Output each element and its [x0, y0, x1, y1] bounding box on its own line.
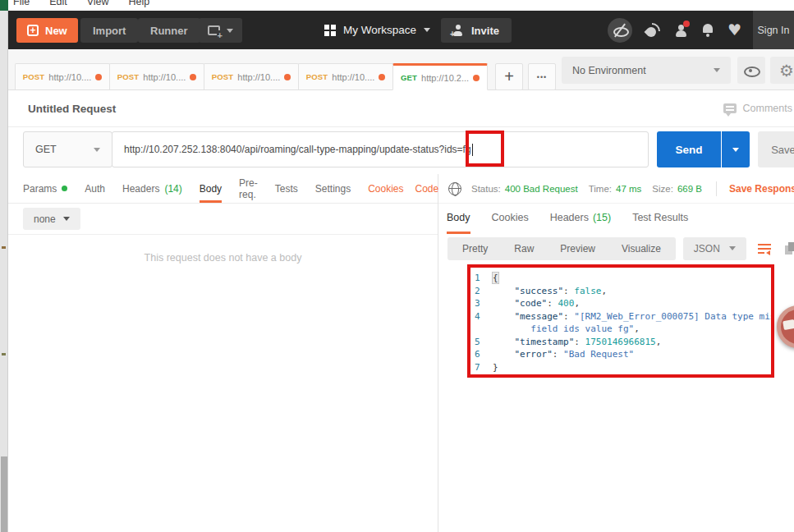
view-switcher: PrettyRawPreviewVisualize — [447, 237, 676, 260]
tab-method-label: POST — [23, 72, 45, 81]
subtab-label: Settings — [315, 183, 351, 195]
menu-item-file[interactable]: File — [13, 0, 30, 11]
request-title-row: Untitled Request Comments — [8, 90, 794, 127]
unsaved-dot-icon — [190, 74, 196, 80]
tab-options-button[interactable]: ••• — [528, 63, 556, 90]
environment-selector[interactable]: No Environment — [562, 57, 731, 84]
gear-icon: ⚙ — [779, 62, 794, 79]
subtab-label: Params — [23, 183, 57, 195]
request-title: Untitled Request — [28, 103, 116, 115]
view-pretty[interactable]: Pretty — [449, 239, 501, 259]
tab-url-label: http://10.... — [332, 72, 374, 82]
toolbar-icons: ♥ — [608, 11, 741, 49]
menu-item-edit[interactable]: Edit — [49, 0, 67, 11]
view-raw[interactable]: Raw — [501, 239, 547, 259]
sync-off-button[interactable] — [608, 18, 632, 43]
annotation-box-response: 1{2 "success": false,3 "code": 400,4 "me… — [467, 264, 774, 378]
response-tab-cookies[interactable]: Cookies — [492, 204, 529, 234]
line-number: 3 — [470, 297, 493, 310]
empty-body-message: This request does not have a body — [8, 252, 438, 264]
request-tab[interactable]: POSThttp://10.... — [204, 63, 299, 90]
invite-button-label: Invite — [471, 25, 499, 37]
chevron-down-icon — [424, 28, 430, 32]
response-tab-body[interactable]: Body — [447, 204, 470, 234]
eye-icon — [744, 66, 759, 76]
wrap-text-icon — [758, 243, 771, 255]
code-line: 1{ — [470, 272, 771, 285]
wrap-text-button[interactable] — [755, 237, 773, 260]
code-line: field ids value fg", — [470, 323, 771, 336]
tab-url-label: http://10.... — [237, 72, 280, 82]
code-text: "timestamp": 1750146966815, — [493, 336, 661, 349]
body-type-selector[interactable]: none — [23, 208, 80, 230]
unsaved-dot-icon — [473, 75, 480, 81]
eye-slash-icon — [613, 24, 626, 37]
code-text: "success": false, — [493, 285, 607, 298]
save-response-button[interactable]: Save Response — [729, 183, 794, 195]
subtab-label: Tests — [275, 183, 298, 195]
background-scrollbar — [1, 456, 7, 532]
request-subtab-tests[interactable]: Tests — [275, 174, 298, 203]
notification-badge — [683, 21, 690, 27]
environment-quick-look-button[interactable] — [737, 57, 765, 84]
response-tab-headers[interactable]: Headers(15) — [550, 204, 611, 234]
copy-button[interactable] — [785, 242, 794, 255]
request-subtab-headers[interactable]: Headers(14) — [122, 174, 182, 203]
globe-icon — [448, 182, 461, 195]
request-subtab-params[interactable]: Params — [23, 174, 67, 203]
chevron-down-icon — [714, 68, 720, 72]
response-body-json: 1{2 "success": false,3 "code": 400,4 "me… — [470, 268, 771, 374]
code-line: 5 "timestamp": 1750146966815, — [470, 336, 771, 349]
save-button[interactable]: Save — [758, 131, 794, 167]
request-subtab-body[interactable]: Body — [200, 174, 222, 203]
url-text: http://10.207.252.138:8040/api/roaming/c… — [124, 144, 471, 155]
unsaved-dot-icon — [379, 74, 385, 80]
request-tab[interactable]: POSThttp://10.... — [298, 63, 393, 90]
send-options-button[interactable] — [722, 131, 750, 167]
tab-method-label: GET — [401, 73, 417, 82]
invite-button[interactable]: + Invite — [441, 18, 512, 43]
send-button[interactable]: Send — [657, 131, 721, 167]
view-visualize[interactable]: Visualize — [608, 239, 674, 259]
time-value: 47 ms — [616, 184, 641, 194]
menu-item-view[interactable]: View — [87, 0, 109, 11]
settings-button[interactable]: ⚙ — [770, 57, 794, 84]
link-cookies[interactable]: Cookies — [368, 183, 403, 195]
view-preview[interactable]: Preview — [547, 239, 608, 259]
background-window-corner — [0, 0, 8, 11]
tab-method-label: POST — [117, 72, 140, 81]
request-tab[interactable]: GEThttp://10.2... — [392, 63, 488, 90]
menu-item-help[interactable]: Help — [129, 0, 150, 11]
method-selector[interactable]: GET — [23, 131, 112, 167]
code-line: 7} — [470, 361, 771, 374]
new-window-button[interactable] — [199, 18, 242, 43]
new-button[interactable]: + New — [16, 18, 78, 43]
request-subtab-prereq[interactable]: Pre-req. — [239, 174, 258, 203]
heart-icon[interactable]: ♥ — [727, 22, 741, 38]
line-number: 4 — [470, 310, 493, 323]
link-code[interactable]: Code — [415, 183, 439, 195]
sign-in-button[interactable]: Sign In — [753, 11, 794, 49]
workspace-selector[interactable]: My Workspace — [324, 11, 430, 49]
format-selector[interactable]: JSON — [683, 237, 746, 260]
chevron-down-icon — [94, 148, 100, 152]
runner-button[interactable]: Runner — [138, 18, 200, 43]
request-tab[interactable]: POSThttp://10.... — [109, 63, 204, 90]
interceptor-button[interactable] — [646, 23, 661, 37]
comments-button[interactable]: Comments — [723, 103, 792, 114]
bell-icon[interactable] — [702, 23, 714, 37]
request-subtab-auth[interactable]: Auth — [85, 174, 105, 203]
import-button[interactable]: Import — [80, 18, 138, 43]
subtab-label: Body — [200, 183, 222, 195]
request-tab[interactable]: POSThttp://10.... — [15, 63, 110, 90]
code-line: 2 "success": false, — [470, 285, 771, 298]
code-text: "error": "Bad Request" — [493, 348, 634, 361]
open-new-tab-button[interactable]: + — [495, 63, 523, 90]
request-subtab-settings[interactable]: Settings — [315, 174, 351, 203]
notifications-user-button[interactable] — [675, 23, 688, 37]
code-text: field ids value fg", — [493, 323, 640, 336]
new-button-label: New — [45, 25, 67, 37]
response-tab-testresults[interactable]: Test Results — [632, 204, 688, 234]
subtab-label: Headers — [122, 183, 159, 195]
url-input[interactable]: http://10.207.252.138:8040/api/roaming/c… — [112, 131, 649, 167]
